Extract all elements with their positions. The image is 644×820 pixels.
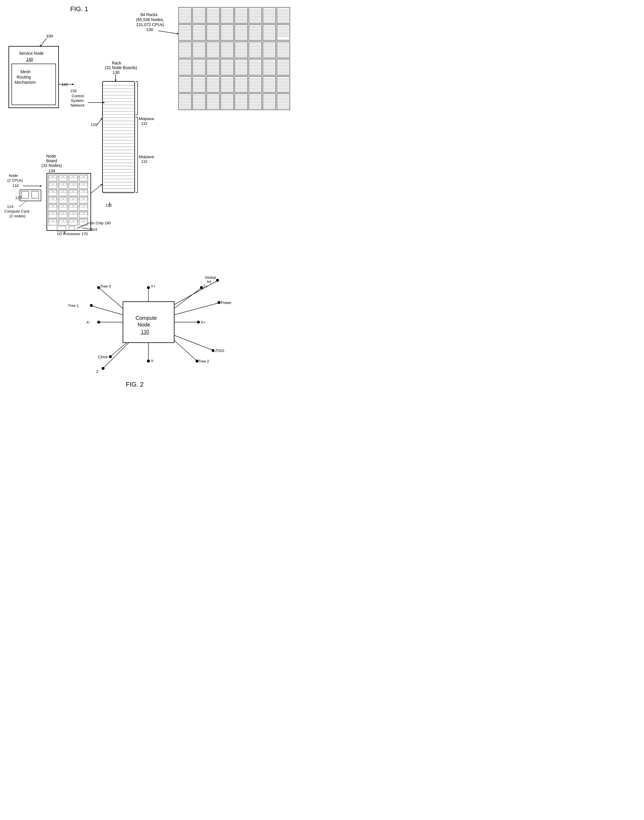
svg-rect-639 bbox=[74, 190, 77, 193]
svg-rect-690 bbox=[84, 220, 87, 222]
svg-rect-280 bbox=[193, 59, 205, 75]
svg-rect-686 bbox=[69, 220, 73, 222]
svg-rect-657 bbox=[53, 205, 57, 207]
svg-rect-659 bbox=[59, 205, 63, 207]
svg-text:Service Node: Service Node bbox=[19, 51, 44, 56]
svg-line-754 bbox=[174, 335, 212, 350]
svg-text:Routing: Routing bbox=[17, 75, 31, 79]
svg-rect-626 bbox=[69, 183, 73, 185]
svg-rect-611 bbox=[59, 176, 63, 178]
svg-rect-666 bbox=[84, 205, 87, 207]
svg-rect-638 bbox=[69, 190, 73, 193]
svg-rect-615 bbox=[74, 176, 77, 178]
svg-rect-663 bbox=[74, 205, 77, 207]
svg-text:Node: Node bbox=[46, 154, 56, 158]
svg-rect-648 bbox=[63, 198, 67, 200]
svg-text:120: 120 bbox=[91, 123, 97, 127]
svg-rect-423 bbox=[263, 77, 276, 92]
svg-rect-683 bbox=[59, 220, 63, 222]
svg-rect-677 bbox=[80, 212, 83, 215]
svg-marker-703 bbox=[40, 185, 42, 187]
svg-line-732 bbox=[100, 289, 123, 309]
svg-rect-680 bbox=[49, 220, 52, 222]
svg-rect-28 bbox=[207, 7, 219, 23]
svg-rect-669 bbox=[53, 212, 57, 215]
svg-rect-236 bbox=[249, 42, 262, 58]
svg-point-742 bbox=[200, 286, 203, 289]
svg-text:Tree 0: Tree 0 bbox=[100, 284, 111, 289]
svg-rect-689 bbox=[80, 220, 83, 222]
svg-rect-116 bbox=[207, 25, 219, 41]
svg-line-598 bbox=[97, 118, 102, 125]
svg-text:Y-: Y- bbox=[151, 359, 154, 363]
svg-rect-313 bbox=[235, 59, 248, 75]
svg-rect-609 bbox=[53, 176, 57, 178]
svg-point-727 bbox=[97, 321, 100, 324]
svg-rect-401 bbox=[235, 77, 248, 92]
svg-text:112: 112 bbox=[15, 196, 21, 200]
svg-line-751 bbox=[174, 303, 218, 315]
svg-rect-608 bbox=[49, 176, 52, 178]
svg-rect-127 bbox=[221, 25, 234, 41]
svg-rect-105 bbox=[193, 25, 205, 41]
svg-text:Mesh: Mesh bbox=[20, 69, 31, 74]
svg-text:132: 132 bbox=[141, 121, 147, 126]
svg-text:Ido Chip 180: Ido Chip 180 bbox=[89, 221, 111, 225]
svg-rect-662 bbox=[69, 205, 73, 207]
svg-text:Global: Global bbox=[205, 275, 216, 279]
svg-text:Clock: Clock bbox=[98, 355, 108, 359]
svg-text:System: System bbox=[71, 98, 83, 103]
svg-text:100: 100 bbox=[46, 34, 53, 38]
svg-text:110: 110 bbox=[141, 329, 149, 334]
svg-rect-302 bbox=[221, 59, 234, 75]
svg-rect-620 bbox=[49, 183, 52, 185]
svg-text:130: 130 bbox=[146, 27, 153, 32]
svg-text:(65,536 Nodes,: (65,536 Nodes, bbox=[136, 17, 164, 22]
svg-text:Mechanism: Mechanism bbox=[15, 80, 36, 84]
svg-text:134: 134 bbox=[48, 168, 55, 173]
svg-text:FIG. 2: FIG. 2 bbox=[126, 381, 143, 388]
svg-rect-618 bbox=[84, 176, 87, 178]
svg-point-736 bbox=[90, 304, 93, 307]
svg-rect-651 bbox=[74, 198, 77, 200]
svg-rect-668 bbox=[49, 212, 52, 215]
svg-rect-692 bbox=[69, 226, 75, 230]
svg-rect-621 bbox=[53, 183, 57, 185]
svg-rect-627 bbox=[74, 183, 77, 185]
svg-rect-390 bbox=[221, 77, 234, 92]
svg-text:Compute: Compute bbox=[135, 315, 157, 321]
svg-text:64 Racks: 64 Racks bbox=[141, 12, 158, 17]
svg-rect-225 bbox=[235, 42, 248, 58]
svg-rect-630 bbox=[84, 183, 87, 185]
svg-rect-335 bbox=[263, 59, 276, 75]
svg-point-755 bbox=[212, 349, 215, 352]
svg-rect-160 bbox=[263, 25, 276, 41]
svg-rect-650 bbox=[69, 198, 73, 200]
svg-marker-546 bbox=[72, 83, 74, 85]
svg-rect-614 bbox=[69, 176, 73, 178]
svg-rect-654 bbox=[84, 198, 87, 200]
svg-text:Compute Card: Compute Card bbox=[5, 209, 29, 213]
page: FIG. 1 64 Racks (65,536 Nodes, 131,072 C… bbox=[0, 0, 322, 410]
svg-rect-705 bbox=[21, 191, 29, 198]
svg-text:130: 130 bbox=[113, 70, 120, 75]
svg-text:Midplane: Midplane bbox=[139, 117, 154, 121]
svg-rect-641 bbox=[80, 190, 83, 193]
svg-rect-617 bbox=[80, 176, 83, 178]
svg-rect-467 bbox=[207, 94, 219, 110]
svg-rect-656 bbox=[49, 205, 52, 207]
svg-rect-94 bbox=[179, 25, 192, 41]
svg-rect-706 bbox=[32, 191, 38, 198]
svg-point-745 bbox=[101, 367, 104, 370]
svg-point-752 bbox=[218, 301, 221, 304]
svg-text:(32 Nodes): (32 Nodes) bbox=[41, 163, 62, 168]
svg-rect-635 bbox=[59, 190, 63, 193]
svg-text:114: 114 bbox=[7, 204, 14, 209]
svg-rect-324 bbox=[249, 59, 262, 75]
svg-text:Tree 2: Tree 2 bbox=[198, 359, 209, 364]
svg-rect-379 bbox=[207, 77, 219, 92]
svg-rect-269 bbox=[179, 59, 192, 75]
svg-rect-83 bbox=[277, 7, 290, 23]
svg-rect-629 bbox=[80, 183, 83, 185]
svg-rect-445 bbox=[179, 94, 192, 110]
